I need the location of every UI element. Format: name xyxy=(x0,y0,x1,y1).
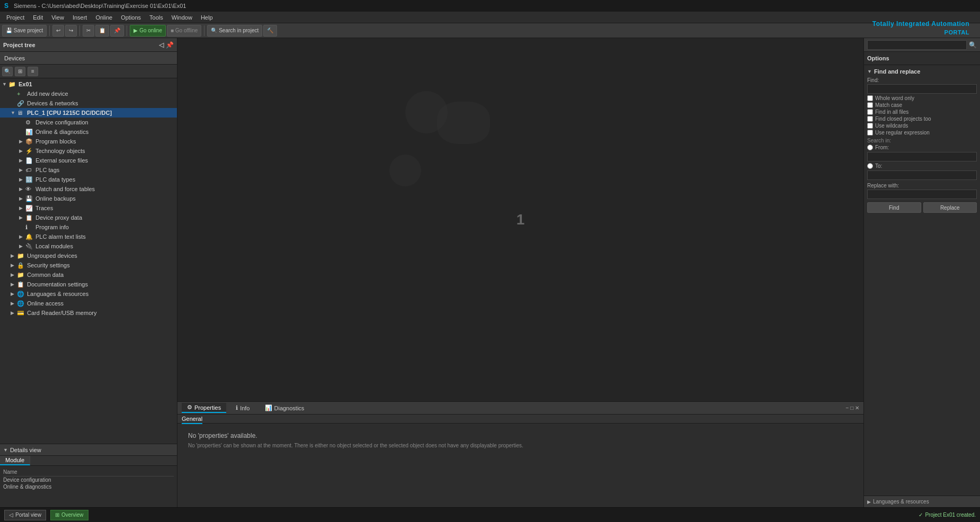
icon-online-bak: 💾 xyxy=(25,195,34,202)
icon-online-diag: 📊 xyxy=(25,129,34,136)
wildcards-checkbox[interactable] xyxy=(867,123,873,129)
to-label: To: xyxy=(875,163,882,169)
tree-item-plc1[interactable]: ▼ 🖥 PLC_1 [CPU 1215C DC/DC/DC] xyxy=(0,108,177,118)
go-offline-button[interactable]: ■ Go offline xyxy=(167,25,201,37)
tab-diagnostics[interactable]: 📊 Diagnostics xyxy=(260,403,310,412)
find-replace-title: Find and replace xyxy=(874,68,920,75)
regex-checkbox[interactable] xyxy=(867,130,873,136)
tree-item-program-blocks[interactable]: ▶ 📦 Program blocks xyxy=(0,137,177,146)
save-project-button[interactable]: 💾 Save project xyxy=(2,25,47,37)
copy-button[interactable]: 📋 xyxy=(95,25,109,37)
menu-tools[interactable]: Tools xyxy=(145,14,167,21)
build-button[interactable]: 🔨 xyxy=(263,25,277,37)
label-online-acc: Online access xyxy=(27,300,64,307)
tree-view-button[interactable]: ⊞ xyxy=(15,67,25,76)
find-all-files-checkbox[interactable] xyxy=(867,109,873,115)
tree-item-add-new-device[interactable]: + Add new device xyxy=(0,89,177,98)
tree-item-card-reader[interactable]: ▶ 💳 Card Reader/USB memory xyxy=(0,308,177,318)
cut-button[interactable]: ✂ xyxy=(83,25,94,37)
tree-item-device-proxy[interactable]: ▶ 📋 Device proxy data xyxy=(0,213,177,222)
find-input[interactable] xyxy=(867,84,977,94)
menu-online[interactable]: Online xyxy=(91,14,117,21)
properties-tab-label: Properties xyxy=(194,404,221,411)
icon-online-acc: 🌐 xyxy=(17,300,25,307)
tree-search-button[interactable]: 🔍 xyxy=(2,67,13,76)
tree-item-online-diag[interactable]: 📊 Online & diagnostics xyxy=(0,127,177,137)
tree-item-common-data[interactable]: ▶ 📁 Common data xyxy=(0,270,177,280)
label-dev-proxy: Device proxy data xyxy=(35,214,82,221)
find-button[interactable]: Find xyxy=(867,202,921,213)
menu-edit[interactable]: Edit xyxy=(29,14,47,21)
menu-insert[interactable]: Insert xyxy=(68,14,92,21)
tree-item-device-config[interactable]: ⚙ Device configuration xyxy=(0,118,177,127)
tree-item-tech-objects[interactable]: ▶ ⚡ Technology objects xyxy=(0,146,177,156)
languages-resources-section[interactable]: ▶ Languages & resources xyxy=(864,496,980,507)
tree-item-traces[interactable]: ▶ 📈 Traces xyxy=(0,203,177,213)
devices-tab[interactable]: Devices xyxy=(0,52,177,65)
menu-window[interactable]: Window xyxy=(167,14,197,21)
icon-dev-conf: ⚙ xyxy=(25,119,34,126)
tree-item-online-access[interactable]: ▶ 🌐 Online access xyxy=(0,299,177,308)
to-radio[interactable] xyxy=(867,163,873,169)
details-view-header[interactable]: ▼ Details view xyxy=(0,444,177,456)
toolbar-separator-3 xyxy=(127,25,127,36)
right-search-input[interactable] xyxy=(867,40,967,50)
icon-ungrouped: 📁 xyxy=(17,253,25,259)
tree-item-plc-tags[interactable]: ▶ 🏷 PLC tags xyxy=(0,165,177,175)
options-section: Options xyxy=(864,52,980,65)
tab-info[interactable]: ℹ Info xyxy=(230,403,255,412)
menu-project[interactable]: Project xyxy=(2,14,29,21)
tree-item-plc-data-types[interactable]: ▶ 🔢 PLC data types xyxy=(0,175,177,184)
menu-view[interactable]: View xyxy=(47,14,68,21)
whole-word-checkbox[interactable] xyxy=(867,95,873,101)
replace-button[interactable]: Replace xyxy=(923,202,977,213)
menu-options[interactable]: Options xyxy=(117,14,145,21)
find-replace-header[interactable]: ▼ Find and replace xyxy=(867,67,977,76)
tree-item-program-info[interactable]: ℹ Program info xyxy=(0,222,177,232)
label-plc-alarm: PLC alarm text lists xyxy=(35,233,86,240)
find-closed-label: Find closed projects too xyxy=(875,116,931,122)
tree-item-ex01[interactable]: ▼ 📁 Ex01 xyxy=(0,79,177,89)
go-online-button[interactable]: ▶ Go online xyxy=(130,25,166,37)
tree-item-plc-alarm[interactable]: ▶ 🔔 PLC alarm text lists xyxy=(0,232,177,241)
find-closed-checkbox[interactable] xyxy=(867,116,873,122)
general-subtab[interactable]: General xyxy=(177,415,863,424)
tree-list-button[interactable]: ≡ xyxy=(28,67,38,76)
tab-properties[interactable]: ⚙ Properties xyxy=(182,403,226,413)
undo-button[interactable]: ↩ xyxy=(52,25,64,37)
label-card-reader: Card Reader/USB memory xyxy=(27,310,96,316)
tree-item-local-modules[interactable]: ▶ 🔌 Local modules xyxy=(0,241,177,251)
auto-collapse-icon[interactable]: ◁ xyxy=(159,41,164,49)
panel-controls[interactable]: − □ ✕ xyxy=(846,405,859,411)
match-case-checkbox[interactable] xyxy=(867,102,873,108)
replace-with-input[interactable] xyxy=(867,190,977,199)
project-tree-panel: Project tree ◁ 📌 Devices 🔍 ⊞ ≡ ▼ 📁 Ex01 xyxy=(0,38,177,507)
tree-item-docs[interactable]: ▶ 📋 Documentation settings xyxy=(0,280,177,289)
toolbar-separator-4 xyxy=(204,25,204,36)
overview-button[interactable]: ⊞ Overview xyxy=(50,510,88,520)
search-icon[interactable]: 🔍 xyxy=(969,41,977,49)
tree-item-online-backups[interactable]: ▶ 💾 Online backups xyxy=(0,194,177,203)
menu-help[interactable]: Help xyxy=(197,14,217,21)
tree-item-ungrouped[interactable]: ▶ 📁 Ungrouped devices xyxy=(0,251,177,260)
tree-item-watch-force[interactable]: ▶ 👁 Watch and force tables xyxy=(0,184,177,194)
icon-security: 🔒 xyxy=(17,262,25,269)
from-input[interactable] xyxy=(867,152,977,161)
icon-plc1: 🖥 xyxy=(17,110,25,116)
tree-item-ext-source[interactable]: ▶ 📄 External source files xyxy=(0,156,177,165)
portal-view-button[interactable]: ◁ Portal view xyxy=(4,510,46,520)
tree-item-devices-networks[interactable]: 🔗 Devices & networks xyxy=(0,98,177,108)
details-tab-module[interactable]: Module xyxy=(0,456,30,465)
details-table: Name Device configuration Online & diagn… xyxy=(0,466,177,492)
tree-item-security[interactable]: ▶ 🔒 Security settings xyxy=(0,260,177,270)
menubar: Project Edit View Insert Online Options … xyxy=(0,12,980,23)
from-radio[interactable] xyxy=(867,145,873,150)
icon-prog-blocks: 📦 xyxy=(25,138,34,145)
to-input[interactable] xyxy=(867,170,977,180)
details-view-title: Details view xyxy=(10,447,41,453)
paste-button[interactable]: 📌 xyxy=(110,25,124,37)
redo-button[interactable]: ↪ xyxy=(65,25,77,37)
pin-icon[interactable]: 📌 xyxy=(166,41,174,49)
search-in-project-button[interactable]: 🔍 Search in project xyxy=(207,25,262,37)
tree-item-lang-res[interactable]: ▶ 🌐 Languages & resources xyxy=(0,289,177,299)
